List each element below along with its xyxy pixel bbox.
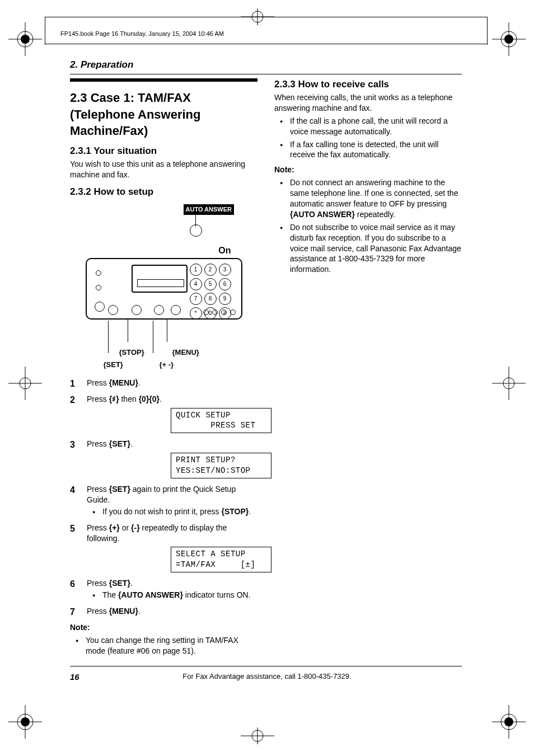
keypad-key-icon: 8 [204, 293, 217, 305]
button-outline-icon [154, 305, 164, 315]
lcd-display: QUICK SETUP PRESS SET [171, 408, 271, 434]
body-text: When receiving calls, the unit works as … [274, 92, 462, 114]
step-item: Press ♯ then 00.QUICK SETUP PRESS SET [70, 394, 257, 434]
keypad-key-icon: 5 [204, 278, 217, 290]
sub-bullet: If you do not wish to print it, press ST… [102, 506, 257, 517]
figure-label-menu: {MENU} [172, 348, 199, 358]
svg-point-19 [504, 717, 513, 726]
sub-bullet: The AUTO ANSWER indicator turns ON. [102, 590, 257, 600]
figure-label-plus-minus: {+ -} [160, 360, 174, 370]
crop-mark-icon [492, 705, 526, 739]
guide-line [45, 17, 45, 45]
crop-mark-icon [8, 22, 42, 56]
button-outline-icon [132, 305, 142, 315]
step-item: Press MENU. [70, 378, 257, 388]
button-outline-icon [96, 270, 101, 276]
note-item: You can change the ring setting in TAM/F… [86, 635, 257, 656]
keypad-key-icon: 2 [204, 264, 217, 276]
print-meta: FP145.book Page 16 Thursday, January 15,… [60, 30, 224, 38]
figure-label-auto-answer: AUTO ANSWER [184, 204, 235, 215]
svg-point-0 [17, 31, 33, 47]
keypad-key-icon: 3 [219, 264, 231, 276]
step-item: Press + or - repeatedly to display the f… [70, 523, 257, 573]
keypad-key-icon: * [190, 307, 202, 320]
svg-point-25 [252, 730, 263, 741]
svg-point-5 [504, 35, 513, 44]
keypad-key-icon: 1 [190, 264, 202, 276]
indicator-bulb-icon [190, 224, 202, 237]
fax-device-icon: 123456789*0# [86, 258, 242, 320]
note-item: Do not connect an answering machine to t… [290, 177, 462, 220]
keypad-key-icon: 6 [219, 278, 231, 290]
subsection-title: 2.3.2 How to setup [70, 186, 257, 199]
crop-mark-icon [8, 705, 42, 739]
figure-label-on: On [218, 245, 231, 257]
leader-line [153, 321, 153, 353]
footer-divider [70, 666, 462, 666]
button-outline-icon [96, 285, 101, 290]
device-figure: AUTO ANSWER On 123456789*0# [80, 202, 248, 370]
subsection-title: 2.3.3 How to receive calls [274, 78, 462, 91]
guide-line [45, 44, 487, 44]
step-item: Press SET again to print the Quick Setup… [70, 484, 257, 517]
step-item: Press MENU. [70, 606, 257, 617]
button-outline-icon [171, 305, 181, 315]
leader-line [128, 320, 128, 342]
figure-label-set: {SET} [104, 360, 123, 370]
svg-point-18 [501, 714, 517, 730]
button-outline-icon [95, 302, 105, 312]
keypad-key-icon: 4 [190, 278, 202, 290]
bullet-item: If the call is a phone call, the unit wi… [290, 116, 462, 137]
button-row-icon [203, 309, 236, 315]
step-item: Press SET.The AUTO ANSWER indicator turn… [70, 578, 257, 600]
section-bar [70, 78, 257, 82]
step-item: Press SET.PRINT SETUP? YES:SET/NO:STOP [70, 439, 257, 478]
note-heading: Note: [70, 622, 257, 633]
subsection-title: 2.3.1 Your situation [70, 145, 257, 158]
lcd-display: PRINT SETUP? YES:SET/NO:STOP [171, 453, 271, 478]
crop-mark-icon [241, 727, 274, 744]
right-column: 2.3.3 How to receive calls When receivin… [274, 78, 462, 659]
crop-mark-icon [492, 22, 526, 56]
button-outline-icon [108, 305, 118, 315]
left-column: 2.3 Case 1: TAM/FAX (Telephone Answering… [70, 78, 257, 659]
leader-line [108, 321, 109, 353]
leader-line [167, 320, 167, 342]
footer-text: For Fax Advantage assistance, call 1-800… [0, 672, 534, 682]
crop-mark-icon [492, 367, 526, 400]
svg-point-14 [17, 714, 33, 730]
guide-line [45, 17, 487, 17]
lcd-display: SELECT A SETUP =TAM/FAX [±] [171, 547, 271, 572]
body-text: You wish to use this unit as a telephone… [70, 159, 257, 180]
keypad-key-icon: 7 [190, 293, 202, 305]
svg-point-11 [503, 378, 514, 389]
bullet-item: If a fax calling tone is detected, the u… [290, 139, 462, 161]
crop-mark-icon [8, 367, 42, 400]
svg-point-15 [21, 717, 30, 726]
svg-point-1 [21, 35, 30, 44]
chapter-title: 2. Preparation [70, 59, 462, 74]
device-screen-icon [132, 265, 188, 293]
section-title: 2.3 Case 1: TAM/FAX (Telephone Answering… [70, 90, 257, 139]
svg-point-4 [501, 31, 517, 47]
note-item: Do not subscribe to voice mail service a… [290, 222, 462, 275]
keypad-key-icon: 9 [219, 293, 231, 305]
guide-line [487, 17, 488, 45]
figure-label-stop: {STOP} [119, 348, 144, 358]
setup-steps: Press MENU.Press ♯ then 00.QUICK SETUP P… [70, 378, 257, 617]
note-heading: Note: [274, 165, 462, 175]
svg-point-8 [20, 378, 31, 389]
